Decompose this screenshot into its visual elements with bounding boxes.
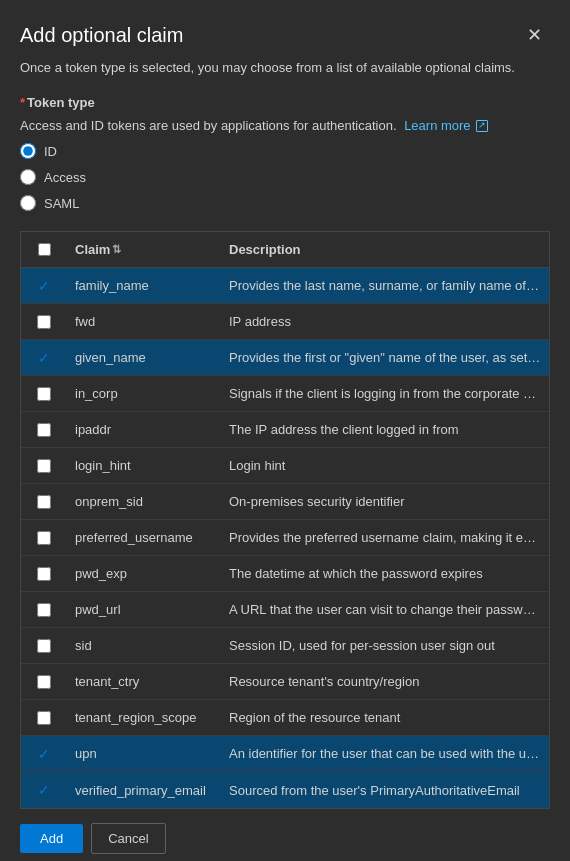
row-checkbox[interactable] <box>37 387 51 401</box>
row-checkbox-area[interactable] <box>21 387 67 401</box>
close-button[interactable]: ✕ <box>519 20 550 50</box>
dialog-body: Once a token type is selected, you may c… <box>0 60 570 809</box>
row-description: IP address <box>221 314 549 329</box>
row-claim: pwd_url <box>67 602 221 617</box>
radio-item-id[interactable]: ID <box>20 143 550 159</box>
row-description: Provides the preferred username claim, m… <box>221 530 549 545</box>
table-row[interactable]: ✓ given_name Provides the first or "give… <box>21 340 549 376</box>
row-claim: tenant_ctry <box>67 674 221 689</box>
row-checkbox[interactable] <box>37 675 51 689</box>
token-type-radio-group: ID Access SAML <box>20 143 550 211</box>
table-row[interactable]: pwd_url A URL that the user can visit to… <box>21 592 549 628</box>
row-claim: verified_primary_email <box>67 783 221 798</box>
row-description: Login hint <box>221 458 549 473</box>
table-row[interactable]: onprem_sid On-premises security identifi… <box>21 484 549 520</box>
row-checkbox-area[interactable] <box>21 675 67 689</box>
row-checkbox-area[interactable] <box>21 531 67 545</box>
check-icon: ✓ <box>21 350 67 366</box>
table-row[interactable]: pwd_exp The datetime at which the passwo… <box>21 556 549 592</box>
row-description: Session ID, used for per-session user si… <box>221 638 549 653</box>
row-claim: upn <box>67 746 221 761</box>
external-link-icon <box>476 120 488 132</box>
dialog-footer: Add Cancel <box>0 809 570 861</box>
table-row[interactable]: tenant_ctry Resource tenant's country/re… <box>21 664 549 700</box>
row-description: On-premises security identifier <box>221 494 549 509</box>
row-checkbox[interactable] <box>37 567 51 581</box>
row-checkbox-area[interactable] <box>21 639 67 653</box>
radio-item-saml[interactable]: SAML <box>20 195 550 211</box>
dialog-header: Add optional claim ✕ <box>0 0 570 60</box>
row-description: Region of the resource tenant <box>221 710 549 725</box>
claims-table: Claim ⇅ Description ✓ family_name Provid… <box>20 231 550 809</box>
radio-id[interactable] <box>20 143 36 159</box>
table-rows-container: ✓ family_name Provides the last name, su… <box>21 268 549 808</box>
radio-label-saml: SAML <box>44 196 79 211</box>
row-checkbox[interactable] <box>37 711 51 725</box>
row-checkbox[interactable] <box>37 495 51 509</box>
row-claim: in_corp <box>67 386 221 401</box>
row-checkbox[interactable] <box>37 639 51 653</box>
token-type-label: *Token type <box>20 95 550 110</box>
table-row[interactable]: sid Session ID, used for per-session use… <box>21 628 549 664</box>
dialog: Add optional claim ✕ Once a token type i… <box>0 0 570 861</box>
row-claim: ipaddr <box>67 422 221 437</box>
row-description: The IP address the client logged in from <box>221 422 549 437</box>
select-all-checkbox[interactable] <box>38 243 51 256</box>
row-checkbox[interactable] <box>37 531 51 545</box>
row-claim: login_hint <box>67 458 221 473</box>
row-checkbox[interactable] <box>37 423 51 437</box>
check-icon: ✓ <box>21 278 67 294</box>
radio-item-access[interactable]: Access <box>20 169 550 185</box>
table-row[interactable]: ✓ verified_primary_email Sourced from th… <box>21 772 549 808</box>
token-type-description: Access and ID tokens are used by applica… <box>20 118 550 133</box>
row-claim: onprem_sid <box>67 494 221 509</box>
table-row[interactable]: in_corp Signals if the client is logging… <box>21 376 549 412</box>
row-claim: fwd <box>67 314 221 329</box>
cancel-button[interactable]: Cancel <box>91 823 165 854</box>
required-indicator: * <box>20 95 25 110</box>
table-row[interactable]: preferred_username Provides the preferre… <box>21 520 549 556</box>
row-description: Resource tenant's country/region <box>221 674 549 689</box>
row-description: An identifier for the user that can be u… <box>221 746 549 761</box>
row-claim: sid <box>67 638 221 653</box>
row-description: Signals if the client is logging in from… <box>221 386 549 401</box>
row-description: Provides the first or "given" name of th… <box>221 350 549 365</box>
check-icon: ✓ <box>21 782 67 798</box>
table-row[interactable]: login_hint Login hint <box>21 448 549 484</box>
row-claim: family_name <box>67 278 221 293</box>
table-row[interactable]: ✓ upn An identifier for the user that ca… <box>21 736 549 772</box>
row-description: Sourced from the user's PrimaryAuthorita… <box>221 783 549 798</box>
table-row[interactable]: fwd IP address <box>21 304 549 340</box>
row-checkbox-area[interactable] <box>21 567 67 581</box>
row-claim: preferred_username <box>67 530 221 545</box>
radio-saml[interactable] <box>20 195 36 211</box>
sort-icon: ⇅ <box>112 243 121 256</box>
col-claim-header: Claim ⇅ <box>67 234 221 265</box>
radio-access[interactable] <box>20 169 36 185</box>
learn-more-link[interactable]: Learn more <box>404 118 487 133</box>
row-checkbox[interactable] <box>37 603 51 617</box>
row-checkbox-area[interactable] <box>21 603 67 617</box>
radio-label-access: Access <box>44 170 86 185</box>
row-checkbox[interactable] <box>37 315 51 329</box>
table-row[interactable]: ✓ family_name Provides the last name, su… <box>21 268 549 304</box>
row-checkbox-area[interactable] <box>21 495 67 509</box>
row-claim: pwd_exp <box>67 566 221 581</box>
row-description: Provides the last name, surname, or fami… <box>221 278 549 293</box>
row-description: A URL that the user can visit to change … <box>221 602 549 617</box>
header-checkbox-area[interactable] <box>21 243 67 256</box>
row-checkbox[interactable] <box>37 459 51 473</box>
dialog-subtitle: Once a token type is selected, you may c… <box>20 60 550 75</box>
row-checkbox-area[interactable] <box>21 315 67 329</box>
table-row[interactable]: ipaddr The IP address the client logged … <box>21 412 549 448</box>
radio-label-id: ID <box>44 144 57 159</box>
table-row[interactable]: tenant_region_scope Region of the resour… <box>21 700 549 736</box>
dialog-title: Add optional claim <box>20 24 183 47</box>
row-claim: tenant_region_scope <box>67 710 221 725</box>
check-icon: ✓ <box>21 746 67 762</box>
row-checkbox-area[interactable] <box>21 711 67 725</box>
row-checkbox-area[interactable] <box>21 459 67 473</box>
row-checkbox-area[interactable] <box>21 423 67 437</box>
table-header-row: Claim ⇅ Description <box>21 232 549 268</box>
add-button[interactable]: Add <box>20 824 83 853</box>
